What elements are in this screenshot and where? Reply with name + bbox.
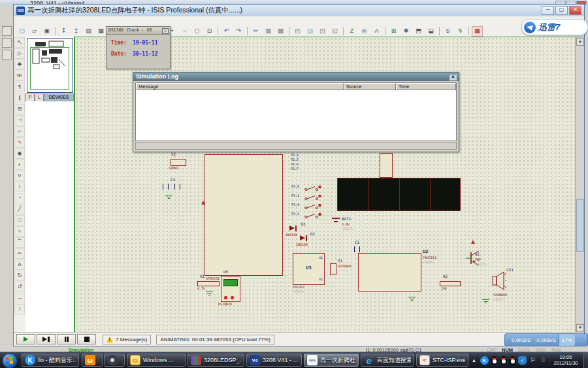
close-icon[interactable]: ✕ bbox=[449, 74, 457, 81]
mirror-x-icon[interactable]: ↔ bbox=[14, 293, 25, 303]
packaging-icon[interactable]: ⬒ bbox=[413, 26, 424, 37]
taskbar-button-isis[interactable]: isis 再一次折腾杜... bbox=[304, 354, 359, 367]
cut-icon[interactable]: ✂ bbox=[250, 26, 261, 37]
maximize-button[interactable]: ▢ bbox=[555, 6, 568, 15]
stop-button[interactable] bbox=[77, 334, 96, 344]
popup-titlebar[interactable]: DS1302 Clock - U3 ◻ bbox=[106, 27, 170, 35]
new-file-icon[interactable]: ▢ bbox=[16, 26, 27, 37]
tray-kugou-icon[interactable]: K bbox=[480, 356, 489, 365]
push-button[interactable] bbox=[304, 194, 321, 201]
mirror-y-icon[interactable]: ↕ bbox=[14, 304, 25, 314]
rotate-clockwise-icon[interactable]: ↻ bbox=[14, 271, 25, 281]
2d-text-mode-icon[interactable]: A bbox=[14, 259, 25, 270]
decompose-icon[interactable]: ⬓ bbox=[425, 26, 436, 37]
tape-recorder-mode-icon[interactable]: ◉ bbox=[14, 148, 25, 159]
junction-dot-mode-icon[interactable]: ✚ bbox=[14, 59, 25, 70]
zoom-area-icon[interactable]: ⊡ bbox=[204, 26, 215, 37]
zoom-out-icon[interactable]: − bbox=[179, 26, 190, 37]
show-hidden-icons[interactable]: ▴ bbox=[470, 356, 478, 365]
device-pin-mode-icon[interactable]: ⌐ bbox=[14, 126, 25, 137]
2d-path-mode-icon[interactable]: ∾ bbox=[14, 248, 25, 259]
ds1302-clock-popup[interactable]: DS1302 Clock - U3 ◻ Time: 19-05-11 Date:… bbox=[106, 26, 171, 69]
2d-line-mode-icon[interactable]: ╱ bbox=[14, 204, 25, 214]
taskbar-button-ie[interactable]: e 百度知道搜索... bbox=[361, 354, 414, 367]
titlebar[interactable]: ISIS 再一次折腾杜洋的3208LED点阵电子钟 - ISIS Profess… bbox=[14, 5, 584, 17]
taskbar-button-wangwang[interactable]: ω bbox=[82, 354, 103, 367]
network-icon[interactable]: ⌷ bbox=[539, 356, 547, 365]
step-button[interactable] bbox=[37, 334, 56, 344]
search-tag-icon[interactable]: ◎ bbox=[359, 26, 370, 37]
make-device-icon[interactable]: ✱ bbox=[400, 26, 412, 37]
current-probe-mode-icon[interactable]: I bbox=[14, 182, 25, 192]
voltage-probe-mode-icon[interactable]: V bbox=[14, 171, 25, 181]
component-mode-icon[interactable]: ▷ bbox=[14, 48, 25, 59]
build-icon[interactable]: ↯ bbox=[455, 26, 466, 37]
block-copy-icon[interactable]: ◰ bbox=[292, 26, 303, 37]
property-assign-icon[interactable]: A bbox=[371, 26, 382, 37]
taskbar-button-player[interactable] bbox=[104, 354, 125, 367]
background-toolbar-icon[interactable] bbox=[2, 26, 12, 36]
print-icon[interactable]: ▤ bbox=[83, 26, 94, 37]
block-move-icon[interactable]: ◲ bbox=[304, 26, 316, 37]
tray-qq-icon[interactable] bbox=[509, 356, 516, 365]
scroll-up-icon[interactable]: ▲ bbox=[576, 38, 584, 46]
print-area-icon[interactable]: ▦ bbox=[95, 26, 106, 37]
terminal-mode-icon[interactable]: ⊣ bbox=[14, 115, 25, 125]
import-icon[interactable]: ↧ bbox=[58, 26, 69, 37]
dialog-titlebar[interactable]: Simulation Log ✕ bbox=[133, 73, 459, 81]
start-button[interactable] bbox=[2, 353, 18, 368]
subcircuit-mode-icon[interactable]: ⊞ bbox=[14, 104, 25, 114]
2d-circle-mode-icon[interactable]: ○ bbox=[14, 226, 25, 237]
taskbar-button-explorer[interactable]: ▭ Windows ... bbox=[127, 354, 186, 367]
paste-icon[interactable]: ▧ bbox=[275, 26, 286, 37]
generator-mode-icon[interactable]: ◐ bbox=[14, 159, 25, 170]
text-script-mode-icon[interactable]: ¶ bbox=[14, 82, 25, 92]
push-button[interactable] bbox=[304, 212, 321, 220]
zoom-all-icon[interactable]: ◻ bbox=[191, 26, 203, 37]
open-file-icon[interactable]: ▱ bbox=[29, 26, 40, 37]
pick-device-icon[interactable]: ⊞ bbox=[388, 26, 399, 37]
message-count-box[interactable]: 7 Message(s) bbox=[103, 335, 151, 344]
background-toolbar-icon[interactable] bbox=[2, 38, 12, 48]
undo-icon[interactable]: ↶ bbox=[221, 26, 232, 37]
2d-arc-mode-icon[interactable]: ⌒ bbox=[14, 237, 25, 248]
column-source[interactable]: Source bbox=[344, 83, 396, 90]
block-rotate-icon[interactable]: ◳ bbox=[317, 26, 328, 37]
background-toolbar-icon[interactable] bbox=[2, 50, 12, 59]
source-icon[interactable]: S bbox=[442, 26, 453, 37]
vertical-scrollbar[interactable]: ▲ ▼ bbox=[575, 37, 584, 333]
taskbar-button-winrar[interactable]: 3208LEDSP_... bbox=[188, 354, 244, 367]
taskbar-clock[interactable]: 19:05 2012/11/30 bbox=[549, 354, 583, 366]
wire-label-mode-icon[interactable]: LBL bbox=[14, 71, 25, 81]
action-center-flag-icon[interactable]: ⚐ bbox=[529, 356, 537, 365]
2d-box-mode-icon[interactable]: □ bbox=[14, 215, 25, 226]
graph-mode-icon[interactable]: ∿ bbox=[14, 137, 25, 148]
net-speed-widget[interactable]: ↓ 0.0KB/S ↑ 0.0KB/S 17% bbox=[504, 333, 588, 346]
scroll-down-icon[interactable]: ▼ bbox=[576, 324, 584, 332]
xunlei-widget[interactable]: 迅雷7 bbox=[521, 19, 588, 35]
schematic-overview[interactable] bbox=[27, 38, 73, 93]
simulation-log-dialog[interactable]: Simulation Log ✕ Message Source Time bbox=[133, 72, 459, 152]
rotate-anticlockwise-icon[interactable]: ↺ bbox=[14, 282, 25, 292]
pin-icon[interactable]: ◻ bbox=[162, 28, 169, 34]
bus-mode-icon[interactable]: ∥ bbox=[14, 93, 25, 103]
column-message[interactable]: Message bbox=[136, 83, 344, 90]
export-icon[interactable]: ↥ bbox=[71, 26, 82, 37]
taskbar-button-kugou[interactable]: K llo - 酷狗音乐... bbox=[22, 354, 79, 367]
minimize-button[interactable]: ─ bbox=[542, 6, 554, 15]
show-desktop-button[interactable] bbox=[583, 352, 588, 368]
virtual-instrument-mode-icon[interactable]: ◔ bbox=[14, 193, 25, 203]
tray-security-icon[interactable]: ✓ bbox=[518, 356, 527, 365]
block-delete-icon[interactable]: ◱ bbox=[329, 26, 340, 37]
taskbar-button-stc[interactable]: IC STC-ISP.exe ... bbox=[416, 354, 468, 367]
tray-qq-icon[interactable] bbox=[500, 356, 507, 365]
tray-qq-icon[interactable] bbox=[491, 356, 498, 365]
save-file-icon[interactable]: ▣ bbox=[41, 26, 52, 37]
push-button[interactable] bbox=[304, 185, 321, 192]
redo-icon[interactable]: ↷ bbox=[233, 26, 244, 37]
selection-mode-icon[interactable]: ↖ bbox=[14, 37, 25, 48]
copy-icon[interactable]: ▥ bbox=[263, 26, 274, 37]
close-button[interactable]: ✕ bbox=[569, 6, 581, 15]
wire-autorouter-icon[interactable]: Z bbox=[346, 26, 357, 37]
scrollbar-thumb[interactable] bbox=[576, 199, 584, 252]
